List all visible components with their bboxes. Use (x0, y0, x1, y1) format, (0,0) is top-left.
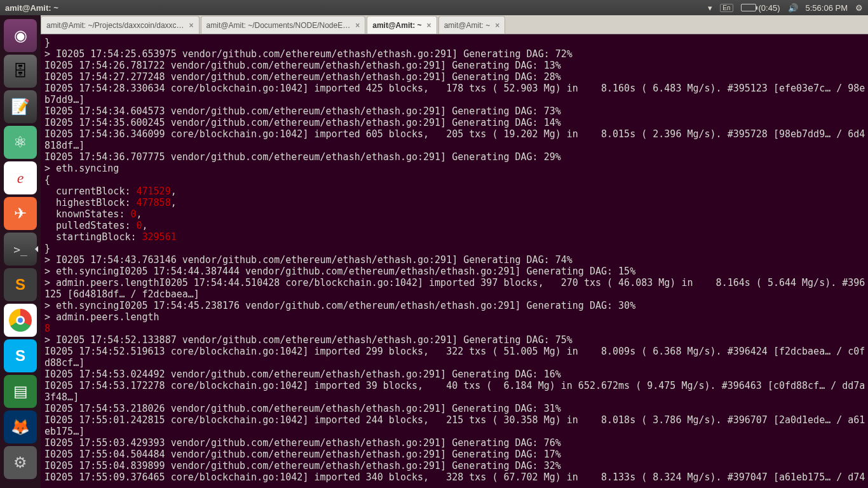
terminal-icon[interactable]: >_ (4, 233, 37, 266)
keyboard-lang[interactable]: En (720, 4, 733, 12)
postman-icon[interactable]: ✈ (4, 197, 37, 230)
system-indicators: ▾ En (0:45) 🔊 5:56:06 PM ⚙ (708, 3, 863, 13)
battery-time: (0:45) (759, 3, 780, 13)
active-indicator-icon (35, 246, 38, 252)
sublime-icon[interactable]: S (4, 268, 37, 301)
skype-icon[interactable]: S (4, 339, 37, 372)
tab-home-2[interactable]: amit@Amit: ~× (438, 16, 506, 34)
text-editor-icon[interactable]: 📝 (4, 90, 37, 123)
atom-icon[interactable]: ⚛ (4, 126, 37, 159)
close-icon[interactable]: × (355, 21, 360, 30)
clock[interactable]: 5:56:06 PM (806, 3, 848, 13)
dash-icon[interactable]: ◉ (4, 19, 37, 52)
tab-home-active[interactable]: amit@Amit: ~× (367, 16, 437, 34)
tab-daxxcoin[interactable]: amit@Amit: ~/Projects/daxxcoin/daxxc…× (41, 16, 200, 34)
unity-launcher: ◉ 🗄 📝 ⚛ e ✈ >_ S S ▤ 🦊 ⚙ (0, 15, 41, 488)
libreoffice-icon[interactable]: ▤ (4, 375, 37, 408)
files-icon[interactable]: 🗄 (4, 55, 37, 88)
terminal-output[interactable]: } > I0205 17:54:25.653975 vendor/github.… (41, 34, 868, 488)
wifi-icon[interactable]: ▾ (708, 3, 712, 13)
terminal-tabs: amit@Amit: ~/Projects/daxxcoin/daxxc…× a… (41, 15, 868, 34)
gear-icon[interactable]: ⚙ (855, 3, 863, 13)
tab-node[interactable]: amit@Amit: ~/Documents/NODE/NodeE…× (201, 16, 366, 34)
firefox-icon[interactable]: 🦊 (4, 410, 37, 444)
system-settings-icon[interactable]: ⚙ (4, 446, 37, 479)
chrome-icon[interactable] (4, 304, 37, 337)
close-icon[interactable]: × (495, 21, 499, 30)
close-icon[interactable]: × (427, 21, 431, 30)
volume-icon[interactable]: 🔊 (788, 3, 798, 13)
window-title: amit@Amit: ~ (5, 3, 708, 13)
battery-indicator[interactable]: (0:45) (741, 3, 780, 13)
document-viewer-icon[interactable]: e (4, 161, 37, 194)
menubar: amit@Amit: ~ ▾ En (0:45) 🔊 5:56:06 PM ⚙ (0, 0, 868, 15)
close-icon[interactable]: × (189, 21, 194, 30)
